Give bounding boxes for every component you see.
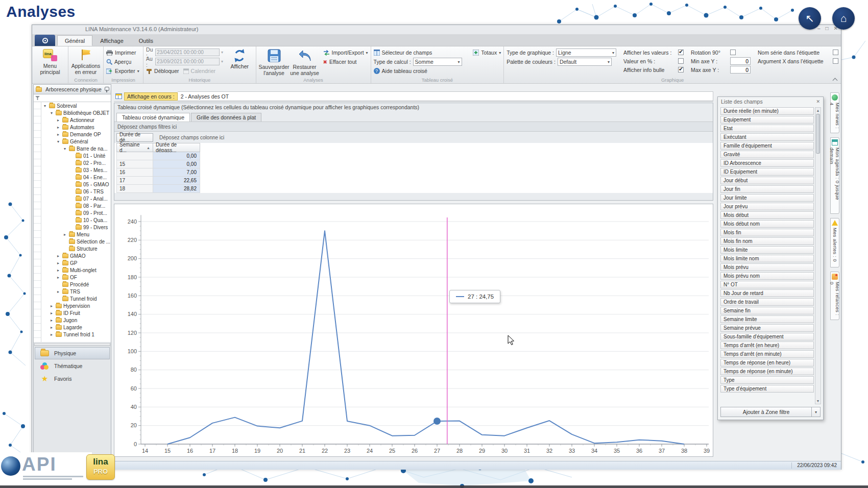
tree-item[interactable]: ▸ ID Fruit bbox=[42, 309, 111, 316]
field-item[interactable]: ID Equipement bbox=[720, 168, 814, 176]
panel-switch-button[interactable]: ★ Favoris bbox=[35, 373, 110, 385]
app-menu-button[interactable] bbox=[35, 35, 55, 46]
side-tab[interactable]: Mes alertes : 0 bbox=[830, 218, 839, 267]
tree-expander-icon[interactable]: ▸ bbox=[57, 289, 62, 294]
field-item[interactable]: Type bbox=[720, 376, 814, 384]
tree-item[interactable]: ▸ Menu bbox=[42, 231, 111, 238]
field-item[interactable]: Etat bbox=[720, 125, 814, 132]
tree-expander-icon[interactable]: ▸ bbox=[57, 261, 62, 265]
field-item[interactable]: Mois limite bbox=[720, 246, 814, 254]
field-item[interactable]: Temps de réponse (en heure) bbox=[720, 359, 814, 367]
tree-expander-icon[interactable]: ▾ bbox=[44, 104, 49, 108]
splitter[interactable] bbox=[34, 343, 110, 346]
min-axe-input[interactable] bbox=[730, 57, 751, 65]
tree-item[interactable]: ▸ TRS bbox=[42, 288, 111, 295]
tree-item[interactable]: ▸ Demande OP bbox=[42, 131, 111, 138]
tree-item[interactable]: ▸ Hypervision bbox=[42, 302, 111, 309]
tree-item[interactable]: Procédé bbox=[42, 281, 111, 288]
pivot-row[interactable]: 0,00 bbox=[114, 152, 713, 160]
pivot-tab[interactable]: Grille des données à plat bbox=[191, 113, 261, 121]
field-item[interactable]: Ordre de travail bbox=[720, 298, 814, 306]
info-bulle-checkbox[interactable] bbox=[678, 67, 684, 72]
tree-expander-icon[interactable]: ▾ bbox=[57, 139, 62, 144]
tree-expander-icon[interactable]: ▸ bbox=[57, 275, 62, 280]
fields-scrollbar[interactable]: ▲ ▼ bbox=[815, 107, 821, 404]
field-item[interactable]: Durée réelle (en minute) bbox=[720, 107, 814, 115]
tree-item[interactable]: 02 - Pro... bbox=[42, 159, 111, 166]
debloquer-button[interactable]: Débloquer bbox=[146, 66, 179, 76]
tree-expander-icon[interactable]: ▸ bbox=[57, 132, 62, 137]
field-item[interactable]: Mois début bbox=[720, 211, 814, 219]
du-date-field[interactable] bbox=[155, 48, 220, 56]
field-item[interactable]: N° OT bbox=[720, 281, 814, 288]
tree-expander-icon[interactable]: ▸ bbox=[64, 232, 69, 237]
tree-item[interactable]: 03 - Mes... bbox=[42, 166, 111, 174]
field-item[interactable]: Semaine fin bbox=[720, 307, 814, 314]
tree-item[interactable]: 09 - Prot... bbox=[42, 209, 111, 216]
tree-item[interactable]: ▾ Barre de na... bbox=[42, 145, 111, 152]
minimize-button[interactable]: – bbox=[817, 26, 821, 31]
imprimer-button[interactable]: Imprimer bbox=[106, 48, 140, 57]
field-item[interactable]: Temps d'arrêt (en minute) bbox=[720, 350, 814, 358]
tree-item[interactable]: ▸ GP bbox=[42, 259, 111, 266]
valeur-pourcent-checkbox[interactable] bbox=[678, 58, 684, 64]
totaux-button[interactable]: Totaux▾ bbox=[473, 48, 501, 57]
field-item[interactable]: Mois fin bbox=[720, 229, 814, 236]
field-item[interactable]: Exécutant bbox=[720, 133, 814, 141]
tree-item[interactable]: ▾ Bibliothèque OBJET bbox=[42, 109, 111, 116]
tree-item[interactable]: ▸ Jugon bbox=[42, 316, 111, 324]
back-circle-button[interactable]: ↖ bbox=[799, 7, 821, 30]
tree-expander-icon[interactable]: ▸ bbox=[57, 125, 62, 130]
tree-expander-icon[interactable]: ▸ bbox=[51, 311, 56, 315]
field-item[interactable]: Jour limite bbox=[720, 194, 814, 202]
pivot-row[interactable]: 16 7,00 bbox=[114, 168, 713, 177]
pivot-row[interactable]: 18 28,82 bbox=[114, 185, 713, 193]
tree-item[interactable]: ▸ Lagarde bbox=[42, 324, 111, 331]
ribbon-tab[interactable]: Affichage bbox=[92, 35, 131, 46]
field-item[interactable]: Temps de réponse (en minute) bbox=[720, 368, 814, 375]
ribbon-tab[interactable]: Outils bbox=[131, 35, 161, 46]
tree-filter-row[interactable] bbox=[34, 94, 111, 102]
tree-item[interactable]: 99 - Divers bbox=[42, 224, 111, 231]
column-drop-zone[interactable]: Déposez champs colonne ici bbox=[159, 135, 224, 140]
tree-item[interactable]: Structure bbox=[42, 245, 111, 252]
palette-select[interactable]: Default▾ bbox=[558, 58, 612, 66]
ribbon-collapse-chevron-icon[interactable] bbox=[832, 78, 839, 83]
tree-item[interactable]: ▸ GMAO bbox=[42, 252, 111, 259]
aide-tableau-croise-button[interactable]: ? Aide tableau croisé bbox=[374, 66, 462, 76]
field-item[interactable]: Sous-famille d'équipement bbox=[720, 333, 814, 340]
field-item[interactable]: Mois prévu bbox=[720, 263, 814, 271]
au-date-field[interactable] bbox=[155, 58, 220, 65]
pin-icon[interactable] bbox=[104, 87, 109, 92]
tree-item[interactable]: 07 - Anal... bbox=[42, 195, 111, 202]
field-item[interactable]: Jour début bbox=[720, 177, 814, 184]
home-circle-button[interactable]: ⌂ bbox=[832, 7, 855, 30]
menu-principal-button[interactable]: lina Menu principal bbox=[35, 48, 65, 77]
applications-en-erreur-button[interactable]: Applications en erreur bbox=[71, 48, 101, 77]
tree-item[interactable]: 06 - TRS bbox=[42, 188, 111, 195]
max-axe-input[interactable] bbox=[730, 66, 751, 74]
tree-expander-icon[interactable]: ▸ bbox=[51, 304, 56, 308]
field-item[interactable]: Mois début nom bbox=[720, 220, 814, 228]
field-item[interactable]: Semaine limite bbox=[720, 315, 814, 323]
field-item[interactable]: Mois limite nom bbox=[720, 255, 814, 262]
tree-expander-icon[interactable]: ▸ bbox=[51, 325, 56, 330]
panel-switch-button[interactable]: Physique bbox=[35, 347, 110, 359]
maximize-button[interactable]: □ bbox=[826, 26, 829, 31]
effacer-tout-button[interactable]: ✖ Effacer tout bbox=[323, 57, 368, 66]
data-field-chip[interactable]: Durée de dé... bbox=[116, 133, 153, 142]
afficher-button[interactable]: Afficher bbox=[226, 48, 253, 76]
ajouter-zone-filtre-button[interactable]: Ajouter à Zone filtre bbox=[720, 407, 812, 417]
pivot-row[interactable]: 17 22,65 bbox=[114, 177, 713, 185]
filter-drop-zone[interactable]: Déposez champs filtres ici bbox=[114, 121, 713, 132]
field-item[interactable]: ID Arborescence bbox=[720, 159, 814, 167]
tree-item[interactable]: 08 - Par... bbox=[42, 202, 111, 209]
type-calcul-select[interactable]: Somme▾ bbox=[413, 58, 462, 66]
field-item[interactable]: Equipement bbox=[720, 116, 814, 124]
tree-item[interactable]: 10 - Qua... bbox=[42, 216, 111, 224]
tree-item[interactable]: 01 - Unité bbox=[42, 152, 111, 159]
tree-item[interactable]: ▸ Multi-onglet bbox=[42, 266, 111, 274]
exporter-button[interactable]: Exporter▾ bbox=[106, 66, 140, 76]
chart-area[interactable]: 0204060801001201401601802002202401415161… bbox=[114, 204, 713, 457]
side-tab[interactable]: Mes news : 4 bbox=[830, 92, 839, 133]
